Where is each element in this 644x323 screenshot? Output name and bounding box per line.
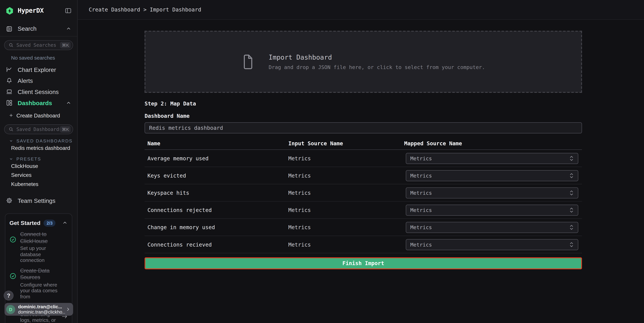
row-name: Connections recieved — [148, 241, 212, 247]
mapped-source-select[interactable]: Metrics — [406, 153, 578, 164]
row-input-source: Metrics — [288, 172, 311, 179]
saved-dashboards-input[interactable]: Saved Dashboards ⌘K — [4, 124, 73, 134]
row-name: Keys evicted — [148, 172, 186, 179]
search-section-icon — [6, 25, 13, 32]
mapped-source-select[interactable]: Metrics — [406, 170, 578, 181]
chevron-down-icon — [8, 156, 14, 161]
create-dashboard-button[interactable]: Create Dashboard — [0, 110, 77, 121]
mapped-source-select[interactable]: Metrics — [406, 239, 578, 250]
chevron-down-icon — [8, 138, 14, 143]
saved-searches-input[interactable]: Saved Searches ⌘K — [4, 40, 73, 50]
breadcrumb: Create Dashboard > Import Dashboard — [89, 6, 201, 13]
row-input-source: Metrics — [288, 190, 311, 196]
dashboard-name-input[interactable] — [144, 122, 582, 133]
step-title: Create Data Sources — [20, 268, 66, 281]
sidebar-item-chart-explorer[interactable]: Chart Explorer — [0, 64, 77, 75]
column-header-input-source: Input Source Name — [288, 140, 343, 146]
file-icon — [242, 54, 254, 69]
collapse-sidebar-icon[interactable] — [64, 7, 72, 14]
search-icon — [8, 43, 14, 48]
sidebar-item-team-settings[interactable]: Team Settings — [0, 195, 77, 206]
presets-group-toggle[interactable]: PRESETS — [8, 156, 77, 161]
table-row: Connections rejected Metrics Metrics — [144, 202, 582, 219]
main-area: Create Dashboard > Import Dashboard Impo… — [78, 0, 644, 323]
dropzone-title: Import Dashboard — [269, 53, 485, 61]
mapped-source-select[interactable]: Metrics — [406, 222, 578, 233]
select-value: Metrics — [410, 241, 569, 247]
sidebar-item-dashboards[interactable]: Dashboards — [0, 97, 77, 108]
sidebar-item-search[interactable]: Search — [0, 21, 77, 36]
select-updown-icon — [569, 207, 574, 213]
nav-label: Dashboards — [18, 100, 66, 106]
avatar: D — [6, 305, 15, 314]
group-label-text: SAVED DASHBOARDS — [16, 138, 72, 143]
row-name: Average memory used — [148, 155, 208, 161]
row-input-source: Metrics — [288, 224, 311, 230]
select-value: Metrics — [410, 155, 569, 161]
step-title: Connect to ClickHouse — [20, 231, 66, 245]
topbar: Create Dashboard > Import Dashboard — [78, 0, 644, 20]
laptop-icon — [6, 88, 13, 95]
step-2-heading: Step 2: Map Data — [144, 101, 582, 107]
bell-icon — [6, 77, 13, 84]
chevron-up-icon — [66, 26, 72, 31]
app-root: HyperDX Search Saved Searches ⌘K No save… — [0, 0, 644, 323]
user-name: dominic.tran@clic... — [18, 304, 65, 309]
get-started-progress-badge: 2/3 — [44, 219, 56, 226]
user-account-button[interactable]: D dominic.tran@clic... dominic.tran@clic… — [4, 303, 73, 316]
table-row: Change in memory used Metrics Metrics — [144, 219, 582, 236]
select-updown-icon — [569, 172, 574, 179]
get-started-title: Get Started — [10, 220, 40, 226]
select-value: Metrics — [410, 224, 569, 230]
sidebar-item-services-preset[interactable]: Services — [11, 171, 77, 179]
row-input-source: Metrics — [288, 155, 311, 161]
sidebar-item-redis-dashboard[interactable]: Redis metrics dashboard — [11, 144, 77, 152]
help-button[interactable]: ? — [4, 291, 14, 300]
import-dashboard-content: Import Dashboard Drag and drop a JSON fi… — [144, 31, 582, 269]
table-header: Name Input Source Name Mapped Source Nam… — [144, 140, 582, 150]
team-settings-label: Team Settings — [18, 197, 72, 204]
shortcut-badge: ⌘K — [60, 42, 70, 48]
group-label-text: PRESETS — [16, 156, 41, 161]
chart-explorer-icon — [6, 66, 13, 73]
table-row: Keyspace hits Metrics Metrics — [144, 184, 582, 202]
mapped-source-select[interactable]: Metrics — [406, 204, 578, 216]
finish-import-button[interactable]: Finish Import — [144, 257, 582, 269]
logo-row: HyperDX — [0, 0, 77, 21]
no-saved-searches-text: No saved searches — [11, 55, 77, 61]
row-input-source: Metrics — [288, 207, 311, 213]
shortcut-badge: ⌘K — [60, 126, 70, 133]
brand-title: HyperDX — [18, 7, 64, 14]
select-updown-icon — [569, 190, 574, 196]
sidebar: HyperDX Search Saved Searches ⌘K No save… — [0, 0, 78, 323]
select-updown-icon — [569, 241, 574, 247]
sidebar-item-clickhouse-preset[interactable]: ClickHouse — [11, 162, 77, 170]
nav-label: Client Sessions — [18, 88, 72, 95]
mapped-source-select[interactable]: Metrics — [406, 187, 578, 198]
dropzone-subtitle: Drag and drop a JSON file here, or click… — [269, 64, 485, 70]
select-value: Metrics — [410, 190, 569, 196]
get-started-step-data-sources[interactable]: Create Data Sources Configure where your… — [10, 268, 68, 300]
sidebar-nav: Chart Explorer Alerts Client Sessions Da… — [0, 64, 77, 108]
sidebar-item-alerts[interactable]: Alerts — [0, 75, 77, 86]
sidebar-item-kubernetes-preset[interactable]: Kubernetes — [11, 180, 77, 189]
sidebar-item-client-sessions[interactable]: Client Sessions — [0, 86, 77, 97]
gear-icon — [6, 197, 13, 204]
step-subtitle: Configure where your data comes from — [20, 282, 66, 300]
nav-label: Alerts — [18, 77, 72, 84]
row-name: Connections rejected — [148, 207, 212, 213]
plus-icon — [8, 113, 14, 118]
mapping-table: Name Input Source Name Mapped Source Nam… — [144, 140, 582, 253]
saved-dashboards-group-toggle[interactable]: SAVED DASHBOARDS — [8, 138, 77, 143]
create-dashboard-label: Create Dashboard — [16, 112, 60, 118]
select-value: Metrics — [410, 172, 569, 179]
select-updown-icon — [569, 155, 574, 161]
check-circle-icon — [10, 236, 16, 264]
json-dropzone[interactable]: Import Dashboard Drag and drop a JSON fi… — [144, 31, 582, 93]
nav-label: Chart Explorer — [18, 66, 72, 73]
chevron-up-icon — [66, 100, 72, 106]
get-started-step-connect[interactable]: Connect to ClickHouse Set up your databa… — [10, 231, 68, 263]
get-started-header[interactable]: Get Started 2/3 — [10, 219, 68, 227]
table-row: Keys evicted Metrics Metrics — [144, 167, 582, 184]
dashboard-name-label: Dashboard Name — [144, 113, 582, 119]
